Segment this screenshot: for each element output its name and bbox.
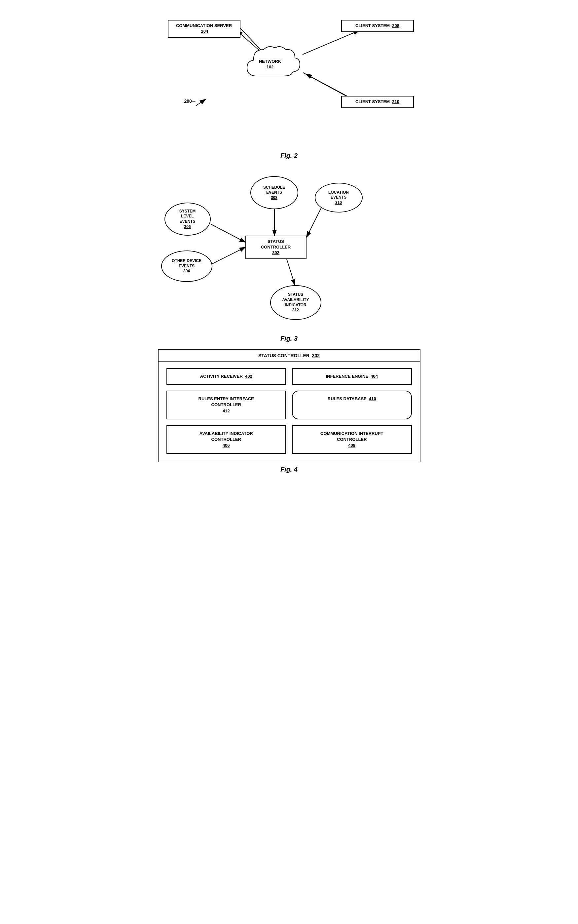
- svg-line-12: [307, 208, 321, 237]
- status-controller-box: STATUS CONTROLLER 302: [245, 236, 307, 259]
- other-device-events-number: 304: [172, 269, 201, 274]
- fig2-caption: Fig. 2: [158, 152, 421, 159]
- comm-interrupt-box: COMMUNICATION INTERRUPT CONTROLLER 408: [292, 425, 412, 454]
- fig4-caption: Fig. 4: [158, 466, 421, 473]
- activity-receiver-box: ACTIVITY RECEIVER 402: [166, 368, 286, 385]
- svg-line-10: [213, 247, 245, 264]
- client208-number: 208: [392, 23, 399, 28]
- svg-line-7: [196, 99, 206, 106]
- other-device-events-label: OTHER DEVICE EVENTS: [172, 259, 201, 269]
- status-controller-outer-box: STATUS CONTROLLER 302 ACTIVITY RECEIVER …: [158, 349, 421, 462]
- location-events-number: 310: [328, 200, 349, 205]
- other-device-events-ellipse: OTHER DEVICE EVENTS 304: [161, 251, 213, 282]
- comm-server-number: 204: [201, 29, 208, 34]
- status-controller-label: STATUS CONTROLLER: [252, 239, 300, 250]
- schedule-events-ellipse: SCHEDULE EVENTS 308: [250, 176, 298, 209]
- comm-server-label: COMMUNICATION SERVER: [176, 23, 232, 28]
- ref-200-label: 200 —: [184, 96, 211, 110]
- network-label: NETWORK 102: [259, 59, 281, 70]
- client208-box: CLIENT SYSTEM 208: [341, 20, 414, 32]
- comm-server-box: COMMUNICATION SERVER 204: [168, 20, 240, 38]
- schedule-events-number: 308: [263, 195, 285, 201]
- client210-box: CLIENT SYSTEM 210: [341, 96, 414, 108]
- inference-engine-box: INFERENCE ENGINE 404: [292, 368, 412, 385]
- fig3-diagram: SYSTEM LEVEL EVENTS 306 OTHER DEVICE EVE…: [158, 166, 421, 332]
- svg-line-9: [211, 224, 245, 242]
- client210-label: CLIENT SYSTEM: [356, 99, 390, 104]
- rules-database-box: RULES DATABASE 410: [292, 390, 412, 420]
- schedule-events-label: SCHEDULE EVENTS: [263, 185, 285, 195]
- status-avail-indicator-label: STATUS AVAILABILITY INDICATOR: [283, 292, 309, 307]
- svg-line-4: [302, 30, 359, 55]
- fig4-diagram: STATUS CONTROLLER 302 ACTIVITY RECEIVER …: [158, 349, 421, 462]
- network-cloud: NETWORK 102: [237, 43, 303, 86]
- availability-indicator-box: AVAILABILITY INDICATOR CONTROLLER 406: [166, 425, 286, 454]
- outer-box-title: STATUS CONTROLLER 302: [159, 350, 420, 361]
- location-events-label: LOCATION EVENTS: [328, 190, 349, 200]
- system-level-events-ellipse: SYSTEM LEVEL EVENTS 306: [164, 203, 211, 236]
- fig2-diagram: COMMUNICATION SERVER 204 CLIENT SYSTEM 2…: [158, 10, 421, 149]
- inner-components-grid: ACTIVITY RECEIVER 402 INFERENCE ENGINE 4…: [159, 361, 420, 462]
- rules-entry-box: RULES ENTRY INTERFACE CONTROLLER 412: [166, 390, 286, 420]
- location-events-ellipse: LOCATION EVENTS 310: [315, 183, 363, 213]
- status-controller-number: 302: [252, 250, 300, 256]
- client208-label: CLIENT SYSTEM: [356, 23, 390, 28]
- client210-number: 210: [392, 99, 399, 104]
- status-avail-indicator-ellipse: STATUS AVAILABILITY INDICATOR 312: [270, 285, 321, 320]
- fig3-caption: Fig. 3: [158, 335, 421, 342]
- system-level-events-number: 306: [179, 224, 195, 230]
- status-avail-indicator-number: 312: [283, 307, 309, 313]
- system-level-events-label: SYSTEM LEVEL EVENTS: [179, 209, 195, 224]
